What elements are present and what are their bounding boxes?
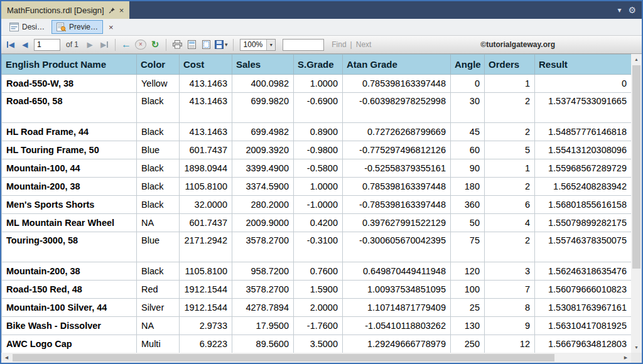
tab-preview[interactable]: Previe… (51, 20, 103, 34)
table-cell: 1.55746378350075 (535, 232, 632, 262)
document-tab-strip: MathFunctions.rdl [Design] × ▾ ⚙ (1, 1, 642, 19)
table-cell: Road-550-W, 38 (2, 75, 137, 93)
table-cell: 958.7200 (232, 262, 294, 281)
page-setup-button[interactable] (200, 38, 212, 51)
table-row: Road-550-W, 38Yellow413.1463400.09821.00… (2, 75, 632, 93)
table-cell: Red (137, 281, 180, 299)
table-row: Bike Wash - DissolverNA2.973317.9500-1.7… (2, 317, 632, 335)
table-cell: 89.5600 (232, 335, 294, 353)
zoom-value: 100% (240, 40, 267, 50)
tab-design-label: Desi… (22, 23, 45, 31)
table-cell: 0.785398163397448 (343, 178, 451, 196)
next-button[interactable]: Next (356, 40, 372, 49)
tab-design[interactable]: Desi… (4, 20, 50, 34)
tab-preview-label: Previe… (69, 23, 98, 31)
zoom-dropdown-button[interactable]: ▾ (266, 40, 275, 50)
scroll-right-arrow-icon[interactable]: ▶ (620, 353, 631, 363)
close-icon[interactable]: × (109, 23, 114, 32)
gear-icon[interactable]: ⚙ (628, 5, 636, 15)
export-button[interactable]: ▾ (215, 38, 228, 51)
table-cell: 1.29249666778979 (343, 335, 451, 353)
table-row: Men's Sports ShortsBlack32.0000280.2000-… (2, 196, 632, 214)
document-tab[interactable]: MathFunctions.rdl [Design] × (1, 1, 129, 19)
find-button[interactable]: Find (332, 40, 346, 49)
table-cell: 45 (451, 123, 485, 141)
export-save-icon (215, 40, 224, 49)
horizontal-scrollbar[interactable]: ◀ ▶ (1, 353, 631, 363)
stop-button[interactable]: × (135, 40, 146, 50)
column-header: Atan Grade (343, 55, 451, 75)
scroll-up-arrow-icon[interactable]: ▲ (631, 54, 642, 65)
first-page-button[interactable]: ◀ (5, 38, 16, 51)
table-cell: 0.8900 (294, 123, 343, 141)
back-button[interactable]: ← (121, 38, 132, 51)
pin-icon[interactable] (109, 7, 116, 14)
table-cell: Men's Sports Shorts (2, 196, 137, 214)
table-cell: -1.7600 (294, 317, 343, 335)
find-input[interactable] (283, 39, 324, 51)
table-cell: -0.5800 (294, 159, 343, 178)
table-cell: 2 (485, 178, 535, 196)
vertical-scrollbar[interactable]: ▲ ▼ (631, 54, 642, 353)
table-cell: Mountain-100 Silver, 44 (2, 299, 137, 317)
table-row: Mountain-100 Silver, 44Silver1912.154442… (2, 299, 632, 317)
titlebar-right-controls: ▾ ⚙ (617, 1, 642, 19)
table-cell: 1.56246318635476 (535, 262, 632, 281)
find-next-divider: | (350, 40, 352, 49)
column-header: Cost (180, 55, 232, 75)
close-icon[interactable]: × (119, 6, 124, 14)
vertical-scrollbar-thumb[interactable] (632, 65, 640, 269)
table-cell: 1.56801855616158 (535, 196, 632, 214)
table-cell: 0.7600 (294, 262, 343, 281)
column-header: S.Grade (294, 55, 343, 75)
table-cell: HL Road Frame, 44 (2, 123, 137, 141)
print-layout-button[interactable] (186, 38, 197, 51)
refresh-button[interactable]: ↻ (149, 38, 161, 51)
table-cell: 1.0000 (294, 75, 343, 93)
table-cell: Yellow (137, 75, 180, 93)
watermark-text: ©tutorialgateway.org (480, 40, 555, 49)
column-header: English Product Name (2, 55, 137, 75)
table-cell: 12 (485, 335, 535, 353)
table-cell: 1 (485, 159, 535, 178)
chevron-down-icon: ▾ (270, 42, 273, 48)
table-cell: 1.56310417081925 (535, 317, 632, 335)
table-cell: -0.785398163397448 (343, 196, 451, 214)
table-row: Mountain-200, 38Black1105.81003374.59001… (2, 178, 632, 196)
table-cell: Road-150 Red, 48 (2, 281, 137, 299)
table-cell: HL Touring Frame, 50 (2, 141, 137, 159)
table-cell: 180 (451, 178, 485, 196)
scroll-down-arrow-icon[interactable]: ▼ (631, 342, 642, 353)
table-cell: 100 (451, 281, 485, 299)
table-cell: Black (137, 178, 180, 196)
table-cell: 60 (451, 141, 485, 159)
horizontal-scrollbar-thumb[interactable] (13, 354, 554, 361)
page-setup-icon (202, 40, 210, 49)
previous-page-button[interactable]: ◀ (19, 38, 31, 51)
zoom-select[interactable]: 100% ▾ (240, 39, 276, 51)
report-table-body: Road-550-W, 38Yellow413.1463400.09821.00… (2, 75, 632, 353)
print-button[interactable] (171, 38, 183, 51)
table-cell: 9 (485, 317, 535, 335)
table-cell: 3578.2700 (232, 232, 294, 262)
last-page-button[interactable]: ▶ (99, 38, 110, 51)
table-cell: NA (137, 317, 180, 335)
table-cell: 1.55079899282175 (535, 214, 632, 232)
table-cell: 360 (451, 196, 485, 214)
table-cell: 2.9733 (180, 317, 232, 335)
report-preview-area: English Product NameColorCostSalesS.Grad… (1, 54, 642, 363)
table-cell: 3.5000 (294, 335, 343, 353)
table-cell: 2009.3920 (232, 141, 294, 159)
table-cell: 1.10714871779409 (343, 299, 451, 317)
next-page-button[interactable]: ▶ (84, 38, 95, 51)
table-cell: Blue (137, 232, 180, 262)
stop-icon: × (139, 41, 143, 48)
scroll-left-arrow-icon[interactable]: ◀ (1, 353, 12, 363)
chevron-down-icon[interactable]: ▾ (617, 6, 621, 14)
table-cell: 699.4982 (232, 123, 294, 141)
chevron-down-icon: ▾ (225, 41, 228, 48)
table-cell: 7 (485, 281, 535, 299)
page-number-input[interactable] (34, 39, 60, 51)
table-cell: Road-650, 58 (2, 93, 137, 123)
table-cell: 413.1463 (180, 93, 232, 123)
